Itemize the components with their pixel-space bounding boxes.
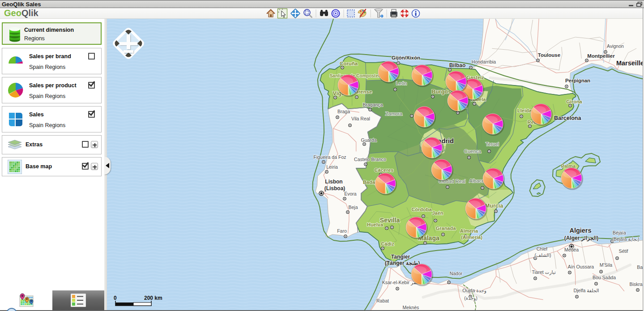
svg-text:Guarda: Guarda (361, 137, 376, 143)
svg-text:Tangier: Tangier (391, 254, 410, 260)
svg-text:Faro: Faro (337, 228, 347, 234)
svg-text:Lleida: Lleida (517, 108, 532, 113)
svg-text:Córdoba: Córdoba (411, 207, 432, 212)
svg-text:(Lisboa): (Lisboa) (324, 185, 345, 192)
svg-text:Beja: Beja (348, 204, 358, 210)
svg-text:Évora: Évora (344, 191, 357, 196)
svg-text:Rabat: Rabat (376, 298, 389, 303)
svg-text:Djelfa الجلفة: Djelfa الجلفة (573, 288, 599, 293)
svg-text:Vila Real: Vila Real (351, 116, 370, 121)
svg-text:0: 0 (114, 295, 117, 301)
svg-text:Coruña: Coruña (340, 61, 358, 66)
svg-text:(Bejaïa بجاية): (Bejaïa بجاية) (612, 236, 639, 242)
svg-text:Granada: Granada (436, 226, 456, 231)
svg-text:Meknès: Meknès (403, 305, 419, 310)
svg-text:Tiaret تيارت: Tiaret تيارت (532, 269, 556, 275)
svg-text:Girona: Girona (566, 99, 582, 104)
svg-text:Nador: Nador (450, 271, 463, 276)
svg-text:Zamora: Zamora (385, 111, 403, 116)
svg-text:Médéa: Médéa (564, 247, 579, 252)
svg-text:Cádiz: Cádiz (381, 241, 394, 247)
svg-text:Bilbao: Bilbao (449, 62, 466, 68)
svg-text:Braga: Braga (337, 109, 350, 114)
svg-text:Almería: Almería (460, 228, 478, 234)
svg-text:Biskra: Biskra (629, 281, 642, 287)
svg-text:(وجدة): (وجدة) (464, 295, 478, 301)
svg-text:León: León (396, 81, 407, 86)
svg-text:Hondarribia: Hondarribia (472, 59, 496, 64)
svg-text:200 km: 200 km (144, 295, 162, 301)
svg-text:Jaén: Jaén (432, 210, 443, 216)
svg-text:(الشلف): (الشلف) (535, 252, 551, 258)
svg-text:Algiers: Algiers (569, 227, 591, 234)
svg-text:Leiria: Leiria (326, 164, 338, 170)
svg-text:Perpignan: Perpignan (565, 78, 590, 83)
svg-text:(Alger الجزائر): (Alger الجزائر) (564, 235, 599, 242)
svg-text:Cuenca: Cuenca (464, 149, 482, 154)
svg-text:Sétif: Sétif (618, 248, 628, 254)
svg-text:Toulouse: Toulouse (538, 52, 560, 58)
svg-text:Cáceres: Cáceres (375, 167, 394, 173)
svg-text:Sevilla: Sevilla (380, 217, 400, 224)
svg-text:Oujda وجدة: Oujda وجدة (462, 288, 486, 294)
svg-text:Murcia: Murcia (485, 203, 503, 209)
svg-text:Barcelona: Barcelona (554, 115, 581, 121)
svg-text:Bou Saâda: Bou Saâda (593, 275, 616, 280)
svg-text:(Almería): (Almería) (461, 234, 482, 240)
svg-text:(Tánger طنجة): (Tánger طنجة) (385, 260, 420, 266)
svg-text:Montpellier: Montpellier (587, 53, 615, 59)
svg-text:Gijón/Xixón: Gijón/Xixón (392, 55, 420, 60)
svg-text:Figueira da Foz: Figueira da Foz (314, 154, 346, 160)
svg-text:Chlef: Chlef (537, 246, 548, 251)
svg-text:Avignon: Avignon (607, 43, 624, 49)
svg-text:Bragança: Bragança (363, 102, 383, 107)
svg-text:Burgos: Burgos (431, 89, 451, 95)
svg-text:Béjaïa: Béjaïa (613, 230, 626, 235)
svg-text:Castelo Branco: Castelo Branco (354, 157, 386, 162)
svg-text:Lisbon: Lisbon (325, 179, 342, 185)
svg-text:Marseille: Marseille (616, 60, 644, 67)
svg-text:Aïn Oussara: Aïn Oussara (568, 264, 594, 269)
svg-text:Teruel: Teruel (486, 141, 499, 147)
svg-text:M'Sila: M'Sila (600, 262, 612, 268)
